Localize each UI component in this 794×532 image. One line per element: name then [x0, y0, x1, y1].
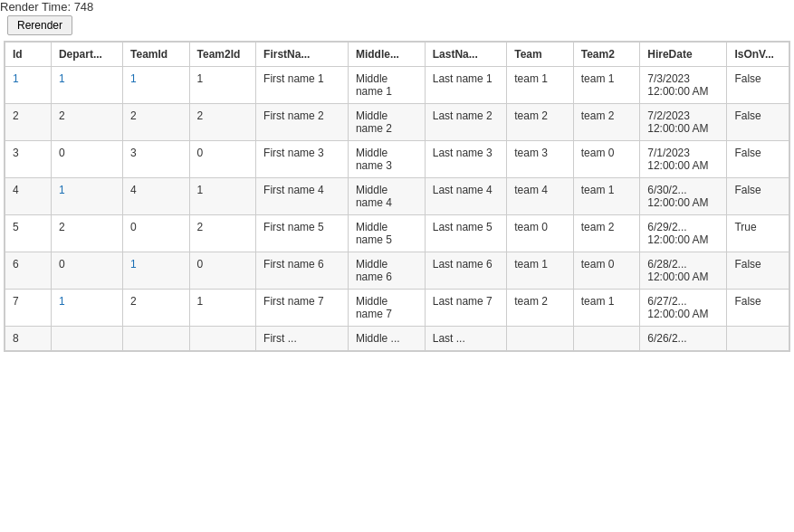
cell-middle: Middle name 6	[348, 252, 425, 290]
cell-id: 4	[5, 178, 52, 215]
cell-isOnV: False	[727, 290, 789, 327]
cell-firstName: First name 1	[256, 67, 349, 104]
cell-isOnV: False	[727, 67, 789, 104]
cell-firstName: First name 4	[256, 178, 349, 215]
cell-teamId: 2	[123, 290, 190, 327]
cell-team2	[573, 327, 640, 351]
col-header-depart[interactable]: Depart...	[51, 43, 122, 67]
table-row: 6010First name 6Middle name 6Last name 6…	[5, 252, 789, 290]
cell-middle: Middle ...	[348, 327, 425, 351]
cell-depart: 0	[51, 252, 122, 290]
cell-hireDate: 6/26/2...	[640, 327, 727, 351]
cell-isOnV: False	[727, 252, 789, 290]
cell-link-depart[interactable]: 1	[59, 72, 65, 85]
cell-team: team 2	[507, 290, 574, 327]
col-header-team2id[interactable]: Team2Id	[189, 43, 256, 67]
cell-team2: team 2	[573, 104, 640, 141]
cell-isOnV: False	[727, 141, 789, 178]
table-body: 1111First name 1Middle name 1Last name 1…	[5, 67, 789, 351]
cell-id: 7	[5, 290, 52, 327]
cell-lastName: Last name 5	[425, 215, 506, 252]
cell-team: team 0	[507, 215, 574, 252]
cell-hireDate: 6/30/2... 12:00:00 AM	[640, 178, 727, 215]
cell-firstName: First name 7	[256, 290, 349, 327]
col-header-firstname[interactable]: FirstNa...	[256, 43, 349, 67]
cell-hireDate: 7/1/2023 12:00:00 AM	[640, 141, 727, 178]
cell-team2: team 2	[573, 215, 640, 252]
table-row: 5202First name 5Middle name 5Last name 5…	[5, 215, 789, 252]
cell-id: 5	[5, 215, 52, 252]
cell-link-teamId[interactable]: 1	[130, 258, 137, 271]
cell-depart: 0	[51, 141, 122, 178]
cell-team2Id	[189, 327, 256, 351]
cell-middle: Middle name 3	[348, 141, 425, 178]
cell-team: team 2	[507, 104, 574, 141]
cell-middle: Middle name 1	[348, 67, 425, 104]
cell-firstName: First name 6	[256, 252, 349, 290]
cell-teamId: 1	[123, 67, 190, 104]
cell-link-depart[interactable]: 1	[59, 295, 65, 308]
cell-lastName: Last name 3	[425, 141, 506, 178]
col-header-team2[interactable]: Team2	[573, 43, 640, 67]
cell-teamId: 0	[123, 215, 190, 252]
cell-team: team 1	[507, 252, 574, 290]
cell-depart: 1	[51, 67, 122, 104]
cell-team2: team 1	[573, 290, 640, 327]
cell-team2Id: 0	[189, 252, 256, 290]
col-header-id[interactable]: Id	[5, 43, 52, 67]
cell-lastName: Last name 2	[425, 104, 506, 141]
col-header-teamid[interactable]: TeamId	[123, 43, 190, 67]
cell-team: team 1	[507, 67, 574, 104]
col-header-isonv[interactable]: IsOnV...	[727, 43, 789, 67]
cell-lastName: Last name 1	[425, 67, 506, 104]
cell-depart: 2	[51, 215, 122, 252]
render-info: Render Time: 748	[0, 0, 794, 14]
cell-id: 8	[5, 327, 52, 351]
cell-link-id[interactable]: 1	[13, 72, 19, 85]
cell-team2Id: 1	[189, 67, 256, 104]
data-table-container: Id Depart... TeamId Team2Id FirstNa... M…	[4, 41, 790, 352]
cell-lastName: Last name 4	[425, 178, 506, 215]
cell-link-teamId[interactable]: 1	[130, 72, 137, 85]
cell-isOnV: False	[727, 104, 789, 141]
cell-team2Id: 0	[189, 141, 256, 178]
cell-id: 2	[5, 104, 52, 141]
cell-middle: Middle name 5	[348, 215, 425, 252]
data-table: Id Depart... TeamId Team2Id FirstNa... M…	[5, 42, 789, 351]
rerender-button[interactable]: Rerender	[7, 15, 72, 35]
table-row: 1111First name 1Middle name 1Last name 1…	[5, 67, 789, 104]
cell-firstName: First name 3	[256, 141, 349, 178]
cell-lastName: Last name 6	[425, 252, 506, 290]
render-time-label: Render Time: 748	[0, 0, 93, 14]
col-header-lastname[interactable]: LastNa...	[425, 43, 506, 67]
cell-id: 3	[5, 141, 52, 178]
cell-team: team 4	[507, 178, 574, 215]
cell-id: 1	[5, 67, 52, 104]
cell-teamId: 2	[123, 104, 190, 141]
cell-team2: team 0	[573, 252, 640, 290]
cell-firstName: First name 2	[256, 104, 349, 141]
cell-teamId	[123, 327, 190, 351]
cell-teamId: 1	[123, 252, 190, 290]
cell-isOnV: False	[727, 178, 789, 215]
cell-team2Id: 2	[189, 215, 256, 252]
cell-teamId: 3	[123, 141, 190, 178]
cell-lastName: Last ...	[425, 327, 506, 351]
col-header-hiredate[interactable]: HireDate	[640, 43, 727, 67]
cell-hireDate: 7/3/2023 12:00:00 AM	[640, 67, 727, 104]
cell-firstName: First ...	[256, 327, 349, 351]
cell-id: 6	[5, 252, 52, 290]
cell-link-depart[interactable]: 1	[59, 184, 65, 196]
cell-hireDate: 7/2/2023 12:00:00 AM	[640, 104, 727, 141]
table-header-row: Id Depart... TeamId Team2Id FirstNa... M…	[5, 43, 789, 67]
cell-depart	[51, 327, 122, 351]
cell-team2: team 1	[573, 67, 640, 104]
table-row: 7121First name 7Middle name 7Last name 7…	[5, 290, 789, 327]
cell-middle: Middle name 4	[348, 178, 425, 215]
cell-team2: team 1	[573, 178, 640, 215]
cell-lastName: Last name 7	[425, 290, 506, 327]
col-header-middle[interactable]: Middle...	[348, 43, 425, 67]
cell-team	[507, 327, 574, 351]
col-header-team[interactable]: Team	[507, 43, 574, 67]
cell-depart: 1	[51, 178, 122, 215]
